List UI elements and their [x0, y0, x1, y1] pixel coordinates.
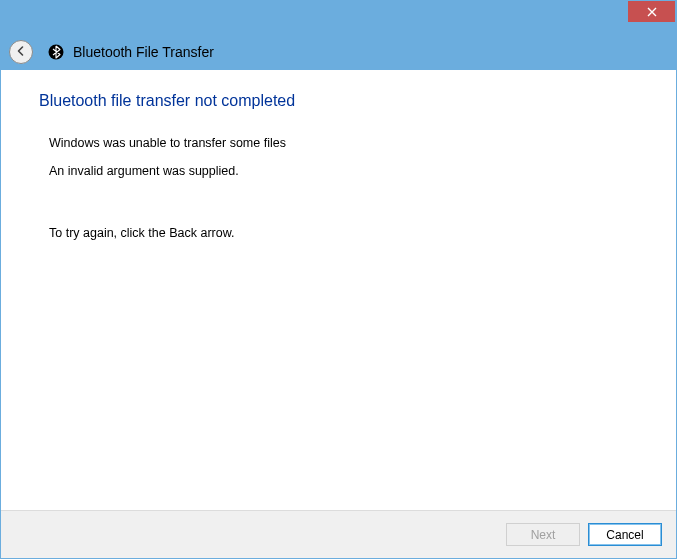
button-row: Next Cancel	[1, 510, 676, 558]
wizard-window: Bluetooth File Transfer Bluetooth file t…	[0, 0, 677, 559]
page-heading: Bluetooth file transfer not completed	[39, 92, 638, 110]
message-instruction: To try again, click the Back arrow.	[49, 226, 638, 240]
close-button[interactable]	[628, 1, 675, 22]
window-title: Bluetooth File Transfer	[73, 44, 214, 60]
message-primary: Windows was unable to transfer some file…	[49, 136, 638, 150]
cancel-button[interactable]: Cancel	[588, 523, 662, 546]
titlebar	[1, 1, 676, 34]
message-error: An invalid argument was supplied.	[49, 164, 638, 178]
close-icon	[647, 3, 657, 21]
back-arrow-icon	[15, 43, 27, 61]
next-button: Next	[506, 523, 580, 546]
content-area: Bluetooth file transfer not completed Wi…	[1, 70, 676, 510]
bluetooth-icon	[47, 43, 65, 61]
header-strip: Bluetooth File Transfer	[1, 34, 676, 70]
back-button[interactable]	[9, 40, 33, 64]
